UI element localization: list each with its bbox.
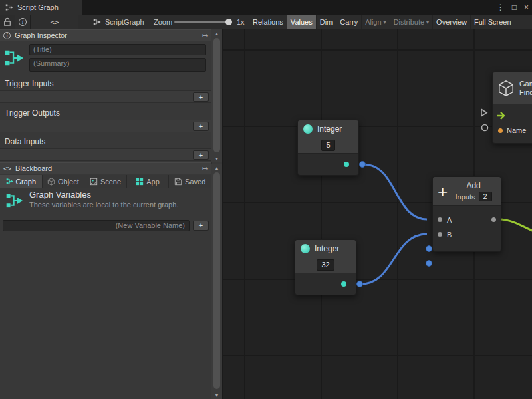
window-close-button[interactable]: × <box>524 3 529 12</box>
input-port-a[interactable] <box>426 245 432 252</box>
window-menu-button[interactable]: ⋮ <box>497 3 505 12</box>
output-port[interactable] <box>356 281 363 287</box>
add-node[interactable]: + Add Inputs 2 A B <box>432 176 501 252</box>
cube-icon <box>47 178 55 186</box>
sidebar: i Graph Inspector ↦ (Title) (Summary) Tr… <box>0 29 211 399</box>
node-header: Integer <box>295 240 356 257</box>
value-row: 32 <box>295 257 356 273</box>
value-row: 5 <box>298 138 358 154</box>
trigger-outputs-list: + <box>0 120 211 132</box>
input-port-b[interactable] <box>426 260 432 267</box>
output-port[interactable] <box>359 161 366 168</box>
value-input-port[interactable] <box>481 124 489 132</box>
graph-summary-input[interactable]: (Summary) <box>29 58 206 72</box>
chevron-down-icon: ▾ <box>426 19 429 25</box>
scroll-up-icon[interactable]: ▲ <box>211 164 222 172</box>
value-port-icon <box>344 162 349 167</box>
zoom-value: 1x <box>237 18 245 26</box>
inputs-count-input[interactable]: 2 <box>479 192 492 201</box>
graph-variables-title: Graph Variables <box>29 190 91 200</box>
floppy-disk-icon <box>174 178 182 186</box>
blackboard-header: <> Blackboard ↦ <box>0 162 211 174</box>
integer-value-input[interactable]: 5 <box>321 140 334 151</box>
inputs-label: Inputs <box>456 193 475 201</box>
window-controls: ⋮ □ × <box>497 0 529 15</box>
scroll-down-icon[interactable]: ▼ <box>211 154 222 162</box>
scroll-up-icon[interactable]: ▲ <box>211 29 222 37</box>
node-header: Integer <box>298 120 358 138</box>
inspector-scrollbar[interactable]: ▲ ▼ <box>211 29 222 162</box>
inspector-toggle-button[interactable]: i <box>15 15 31 29</box>
align-button[interactable]: Align ▾ <box>361 15 389 29</box>
sum-output-port[interactable] <box>491 217 496 222</box>
integer-type-icon <box>301 244 310 253</box>
graph-icon <box>4 47 24 69</box>
trigger-outputs-label: Trigger Outputs <box>5 108 60 118</box>
window-title: Script Graph <box>17 3 59 11</box>
add-trigger-output-button[interactable]: + <box>193 122 209 131</box>
graph-title-input[interactable]: (Title) <box>29 44 206 55</box>
node-body <box>295 273 356 295</box>
graph-toolbar: i <> ScriptGraph Zoom 1x Relations Value… <box>0 15 532 29</box>
overview-button[interactable]: Overview <box>432 15 470 29</box>
add-variable-button[interactable]: + <box>193 221 209 231</box>
scroll-down-icon[interactable]: ▼ <box>211 391 222 399</box>
string-port-icon <box>498 128 503 133</box>
graph-canvas[interactable]: Integer 5 Integer 32 <box>223 29 532 399</box>
relations-button[interactable]: Relations <box>249 15 287 29</box>
tab-object[interactable]: Object <box>43 175 85 188</box>
breadcrumb[interactable]: ScriptGraph <box>93 15 144 29</box>
node-header: + Add Inputs 2 <box>433 177 501 206</box>
scrollbar-thumb[interactable] <box>213 38 220 152</box>
tab-app[interactable]: App <box>127 175 170 188</box>
wire-integer2-to-add-b[interactable] <box>361 234 427 284</box>
lock-icon[interactable] <box>3 17 11 27</box>
port-row-b: B <box>433 227 501 242</box>
info-icon: i <box>3 32 11 39</box>
plus-icon: + <box>438 184 448 200</box>
maximize-panel-icon[interactable]: ↦ <box>202 31 208 40</box>
blackboard-scrollbar[interactable]: ▲ ▼ <box>211 164 222 399</box>
flow-arrow-icon <box>496 111 507 120</box>
window-tab[interactable]: Script Graph <box>0 0 82 15</box>
integer-node-2[interactable]: Integer 32 <box>295 239 356 295</box>
find-node[interactable]: Game Find Name <box>492 72 532 144</box>
new-variable-name-input[interactable]: (New Variable Name) <box>3 220 190 231</box>
port-a-icon <box>438 217 442 222</box>
scene-icon <box>90 178 98 186</box>
edit-script-button[interactable]: <> <box>31 15 78 29</box>
add-data-input-button[interactable]: + <box>193 150 209 160</box>
zoom-slider-track[interactable] <box>174 21 231 23</box>
wire-add-output[interactable] <box>501 219 532 231</box>
data-inputs-list: + <box>0 148 211 161</box>
tab-saved[interactable]: Saved <box>169 175 211 188</box>
wire-integer1-to-add-a[interactable] <box>364 164 427 219</box>
tab-graph[interactable]: Graph <box>0 175 43 188</box>
script-graph-icon <box>5 3 13 11</box>
graph-variables-icon <box>5 191 23 211</box>
node-body <box>298 154 358 175</box>
cube-icon <box>497 80 515 97</box>
node-header: Game Find <box>493 72 532 104</box>
tab-scene[interactable]: Scene <box>84 175 127 188</box>
distribute-button[interactable]: Distribute ▾ <box>390 15 432 29</box>
zoom-slider-knob[interactable] <box>225 19 232 25</box>
values-button[interactable]: Values <box>287 15 316 29</box>
value-port-icon <box>341 281 346 287</box>
graph-icon <box>93 18 101 26</box>
graph-tab-icon <box>6 178 13 185</box>
port-b-icon <box>438 232 442 237</box>
maximize-panel-icon[interactable]: ↦ <box>202 164 208 173</box>
integer-node-1[interactable]: Integer 5 <box>297 120 359 176</box>
flow-input-port[interactable] <box>480 108 488 117</box>
flow-row <box>493 108 532 123</box>
window-maximize-button[interactable]: □ <box>512 3 517 12</box>
carry-button[interactable]: Carry <box>336 15 361 29</box>
node-body: Name <box>493 104 532 143</box>
trigger-inputs-label: Trigger Inputs <box>5 79 54 88</box>
dim-button[interactable]: Dim <box>316 15 336 29</box>
scrollbar-thumb[interactable] <box>213 172 220 389</box>
integer-value-input[interactable]: 32 <box>317 259 334 271</box>
full-screen-button[interactable]: Full Screen <box>470 15 515 29</box>
add-trigger-input-button[interactable]: + <box>193 92 209 102</box>
